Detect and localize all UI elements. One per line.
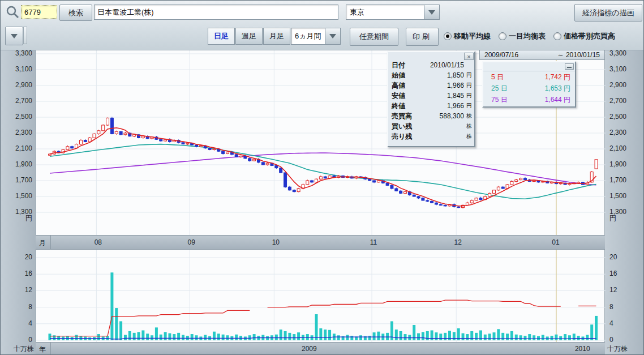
info-suffix: 円 [464, 102, 472, 110]
price-tick: 3,100 [609, 65, 626, 73]
month-tick: 12 [454, 238, 462, 246]
year-axis-label: 年 [39, 345, 46, 354]
info-value: 1,850 [447, 71, 464, 79]
price-tick: 2,100 [609, 144, 626, 152]
price-tick: 2,300 [609, 129, 626, 136]
legend-row-5 日: 5 日1,742 円 [483, 71, 575, 83]
economic-indicator-button[interactable]: 経済指標の描画 [574, 4, 642, 22]
volume-chart [36, 250, 606, 342]
ma-line [50, 144, 596, 199]
price-tick: 2,700 [609, 97, 626, 105]
info-label: 安値 [392, 91, 405, 101]
volume-unit: 十万株 [14, 344, 34, 354]
date-range-start: 2009/07/16 [484, 51, 518, 59]
radio-icon [499, 32, 506, 40]
info-row-高値: 高値 1,966 円 [388, 80, 474, 91]
volume-tick: 20 [25, 253, 32, 261]
radio-icon [553, 32, 561, 40]
chevron-down-icon [329, 34, 336, 39]
info-suffix: 円 [464, 92, 472, 100]
volume-tick: 4 [28, 319, 32, 327]
volume-chart-plot[interactable] [36, 250, 605, 342]
radio-icon [444, 32, 452, 40]
margin-line [50, 337, 596, 339]
period-value: 6ヵ月間 [291, 28, 325, 44]
collapse-panel-button[interactable] [5, 27, 23, 45]
quote-info-box[interactable]: × 日付 2010/01/15 始値 1,850 円高値 1,966 円安値 1… [387, 51, 475, 147]
month-tick: 10 [272, 238, 280, 246]
tab-週足[interactable]: 週足 [235, 28, 263, 45]
volume-tick: 12 [609, 286, 617, 294]
month-tick: 09 [188, 238, 195, 246]
price-tick: 3,100 [15, 65, 32, 73]
info-suffix: 株 [464, 132, 472, 140]
year-tick: 2010 [575, 345, 590, 353]
info-label: 終値 [392, 101, 405, 111]
chevron-down-icon [428, 10, 435, 15]
price-tick: 2,700 [15, 97, 32, 105]
period-dropdown-button[interactable] [325, 28, 340, 44]
price-tick: 2,300 [15, 129, 32, 136]
left-price-axis: 3,3003,1002,9002,7002,5002,3002,1001,900… [1, 50, 36, 355]
legend-label: 75 日 [491, 95, 508, 105]
legend-titlebar [483, 62, 575, 71]
ma5-line [50, 128, 596, 206]
tab-日足[interactable]: 日足 [208, 28, 235, 45]
divider [50, 343, 51, 354]
volume-tick: 0 [609, 336, 613, 344]
volume-bars [49, 272, 598, 340]
minimize-icon[interactable] [565, 63, 574, 70]
print-button[interactable]: 印刷 [406, 28, 439, 46]
year-tick: 2009 [302, 345, 317, 353]
period-combobox[interactable]: 6ヵ月間 [291, 28, 341, 45]
info-suffix: 円 [464, 82, 472, 89]
radio-option-一目均衡表[interactable]: 一目均衡表 [499, 31, 546, 41]
volume-tick: 8 [609, 303, 613, 311]
moving-average-legend[interactable]: 5 日1,742 円25 日1,653 円75 日1,644 円 [482, 61, 576, 108]
tab-月足[interactable]: 月足 [263, 28, 290, 45]
info-label: 買い残 [392, 122, 412, 131]
volume-tick: 0 [28, 336, 32, 344]
close-icon[interactable]: × [464, 53, 474, 60]
price-tick: 3,300 [609, 49, 626, 57]
volume-tick: 16 [609, 270, 617, 277]
search-button[interactable]: 検索 [59, 5, 92, 21]
volume-tick: 4 [609, 319, 613, 327]
info-row-売り残: 売り残 株 [388, 131, 474, 142]
volume-tick: 16 [25, 270, 32, 277]
legend-label: 5 日 [491, 72, 504, 82]
price-unit: 円 [609, 213, 616, 223]
quote-info-titlebar: × [388, 52, 474, 60]
year-axis-strip: 年 20092010 [36, 342, 605, 355]
month-tick: 01 [552, 238, 559, 246]
info-value: 1,966 [447, 102, 464, 110]
price-tick: 1,700 [609, 176, 626, 184]
stock-name-field[interactable]: 日本電波工業(株) [94, 5, 338, 20]
exchange-dropdown-button[interactable] [424, 5, 439, 19]
volume-tick: 8 [28, 303, 32, 311]
exchange-combobox[interactable]: 東京 [346, 5, 440, 20]
stock-code-input[interactable]: 6779 [21, 5, 57, 19]
stock-chart-window: 6779 検索 日本電波工業(株) 東京 経済指標の描画 日足週足月足 6ヵ月間… [0, 0, 644, 355]
month-tick: 08 [95, 238, 102, 246]
volume-unit: 十万株 [607, 344, 628, 354]
legend-value: 1,653 円 [545, 84, 570, 93]
info-value: 2010/01/15 [430, 61, 464, 69]
date-range-separator: ～ 2010/01/15 [557, 50, 600, 60]
legend-rows: 5 日1,742 円25 日1,653 円75 日1,644 円 [483, 71, 575, 105]
info-row-終値: 終値 1,966 円 [388, 101, 474, 111]
info-suffix: 株 [464, 122, 472, 130]
info-label: 始値 [392, 71, 405, 80]
price-unit: 円 [25, 213, 32, 223]
info-label: 日付 [392, 61, 405, 70]
custom-period-button[interactable]: 任意期間 [350, 28, 398, 46]
month-axis-label: 月 [39, 238, 46, 248]
radio-option-価格帯別売買高[interactable]: 価格帯別売買高 [553, 31, 615, 41]
legend-row-75 日: 75 日1,644 円 [483, 94, 575, 105]
info-row-日付: 日付 2010/01/15 [388, 60, 474, 70]
info-value: 1,845 [447, 92, 464, 100]
radio-label: 一目均衡表 [509, 31, 546, 41]
info-suffix: 株 [464, 112, 472, 120]
quote-info-rows: 日付 2010/01/15 始値 1,850 円高値 1,966 円安値 1,8… [388, 60, 474, 142]
radio-option-移動平均線[interactable]: 移動平均線 [444, 31, 491, 41]
